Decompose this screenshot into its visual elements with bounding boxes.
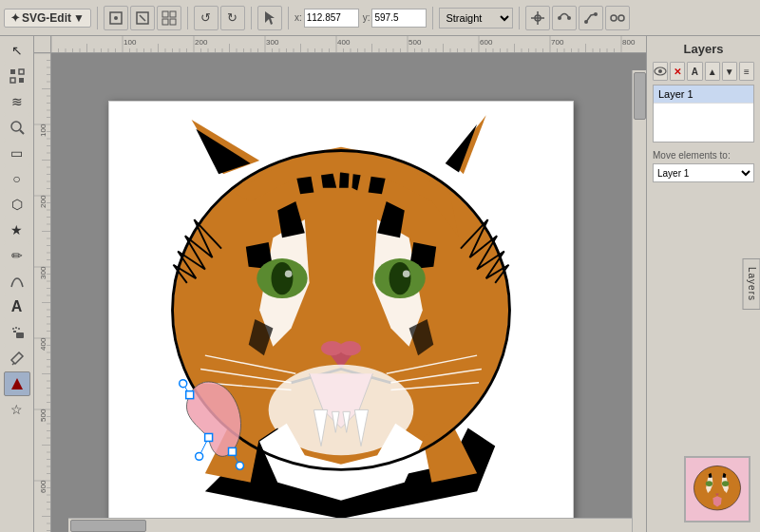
thumbnail-area [684, 456, 750, 522]
y-coord-field: y: [363, 9, 428, 28]
move-elements-label: Move elements to: [653, 150, 754, 161]
layer-rename-btn[interactable]: A [687, 62, 702, 81]
svg-point-17 [618, 15, 624, 21]
svg-point-62 [722, 481, 729, 486]
bezier-tool-btn[interactable] [4, 269, 30, 294]
star-tool-btn[interactable]: ★ [4, 218, 30, 242]
svg-rect-19 [19, 69, 24, 74]
svg-rect-6 [162, 19, 168, 25]
app-logo[interactable]: ✦ SVG-Edit ▼ [4, 9, 91, 28]
svg-line-3 [140, 15, 145, 21]
add-node-btn[interactable] [104, 6, 128, 30]
sep-3 [251, 7, 252, 29]
snap-node-btn[interactable] [525, 6, 550, 30]
x-input[interactable] [304, 9, 359, 28]
sep-4 [288, 7, 289, 29]
delete-node-btn[interactable] [130, 6, 155, 30]
y-label: y: [363, 12, 370, 23]
layer-item[interactable]: Layer 1 [654, 86, 753, 104]
smooth-node-btn[interactable] [552, 6, 577, 30]
select-tool-btn[interactable]: ↖ [4, 38, 30, 63]
layer-delete-btn[interactable]: ✕ [670, 62, 685, 81]
svg-rect-18 [10, 69, 15, 74]
x-coord-field: x: [294, 9, 359, 28]
canvas-background [51, 53, 646, 532]
ruler-vertical [34, 53, 51, 532]
spray-tool-btn[interactable] [4, 320, 30, 345]
tweak-tool-btn[interactable]: ≋ [4, 89, 30, 114]
move-to-layer-select[interactable]: Layer 1 [653, 163, 754, 182]
sep-1 [97, 7, 98, 29]
layers-panel-title: Layers [653, 42, 754, 56]
sep-6 [519, 7, 520, 29]
svg-rect-25 [13, 331, 16, 332]
grid-btn[interactable] [157, 6, 181, 30]
svg-rect-5 [170, 11, 176, 17]
ellipse-tool-btn[interactable]: ○ [4, 166, 30, 191]
pencil-tool-btn[interactable]: ✏ [4, 243, 30, 268]
polygon-tool-btn[interactable]: ⬡ [4, 192, 30, 217]
node-select-btn[interactable] [257, 6, 282, 30]
sep-5 [432, 7, 433, 29]
undo-btn[interactable]: ↺ [194, 6, 218, 30]
layers-tab-label: Layers [746, 267, 756, 301]
layer-empty-space [654, 104, 753, 142]
svg-point-28 [18, 328, 20, 330]
svg-line-23 [20, 130, 24, 134]
zoom-tool-btn[interactable] [4, 115, 30, 140]
text-tool-btn[interactable]: A [4, 294, 30, 319]
svg-point-33 [272, 262, 294, 294]
main-content: ↖ ≋ ▭ ○ ⬡ ★ ✏ A ☆ [0, 36, 760, 532]
svg-rect-20 [10, 78, 15, 83]
line-type-select[interactable]: Straight Curve Symmetric [439, 8, 513, 28]
svg-point-58 [658, 69, 662, 73]
logo-icon: ✦ [10, 11, 20, 25]
canvas-area[interactable] [34, 36, 646, 532]
cusp-node-btn[interactable] [579, 6, 603, 30]
vertical-scrollbar[interactable] [632, 70, 646, 532]
star2-tool-btn[interactable]: ☆ [4, 397, 30, 422]
layers-toolbar: ✕ A ▲ ▼ ≡ [653, 62, 754, 81]
redo-btn[interactable]: ↻ [220, 6, 245, 30]
dropper-tool-btn[interactable] [4, 346, 30, 370]
svg-rect-4 [162, 11, 168, 17]
snap-tools-group [525, 6, 630, 30]
svg-rect-21 [19, 78, 24, 83]
rect-tool-btn[interactable]: ▭ [4, 141, 30, 165]
x-label: x: [294, 12, 302, 23]
svg-point-36 [285, 270, 293, 277]
main-toolbar: ✦ SVG-Edit ▼ ↺ ↻ x: [0, 0, 760, 36]
dropdown-arrow: ▼ [73, 11, 85, 25]
drawing-canvas[interactable] [108, 101, 574, 532]
layer-visibility-btn[interactable] [653, 62, 668, 81]
left-toolbar: ↖ ≋ ▭ ○ ⬡ ★ ✏ A ☆ [0, 36, 34, 532]
ruler-corner [34, 36, 51, 53]
svg-point-61 [706, 481, 712, 486]
svg-point-26 [12, 328, 14, 330]
layer-up-btn[interactable]: ▲ [705, 62, 720, 81]
svg-point-27 [15, 327, 17, 329]
svg-point-22 [11, 122, 21, 131]
node-tools-group [104, 6, 181, 30]
app-title: SVG-Edit [22, 11, 71, 25]
svg-rect-24 [16, 332, 24, 338]
layer-menu-btn[interactable]: ≡ [739, 62, 754, 81]
svg-marker-8 [265, 11, 275, 25]
ink-tool-btn[interactable] [4, 371, 30, 396]
horizontal-scrollbar[interactable] [68, 518, 632, 532]
break-node-btn[interactable] [605, 6, 630, 30]
node-tool-btn[interactable] [4, 64, 30, 88]
layer-list: Layer 1 [653, 85, 754, 142]
sep-2 [187, 7, 188, 29]
svg-point-1 [114, 16, 118, 20]
svg-point-16 [611, 15, 617, 21]
svg-point-39 [339, 341, 361, 355]
ruler-horizontal [51, 36, 646, 53]
layer-down-btn[interactable]: ▼ [722, 62, 737, 81]
right-panel: Layers ✕ A ▲ ▼ ≡ Layer 1 Move elements t… [646, 36, 760, 532]
y-input[interactable] [371, 9, 427, 28]
history-group: ↺ ↻ [194, 6, 245, 30]
layers-side-tab[interactable]: Layers [742, 258, 760, 310]
svg-point-37 [403, 270, 410, 277]
svg-rect-7 [170, 19, 176, 25]
